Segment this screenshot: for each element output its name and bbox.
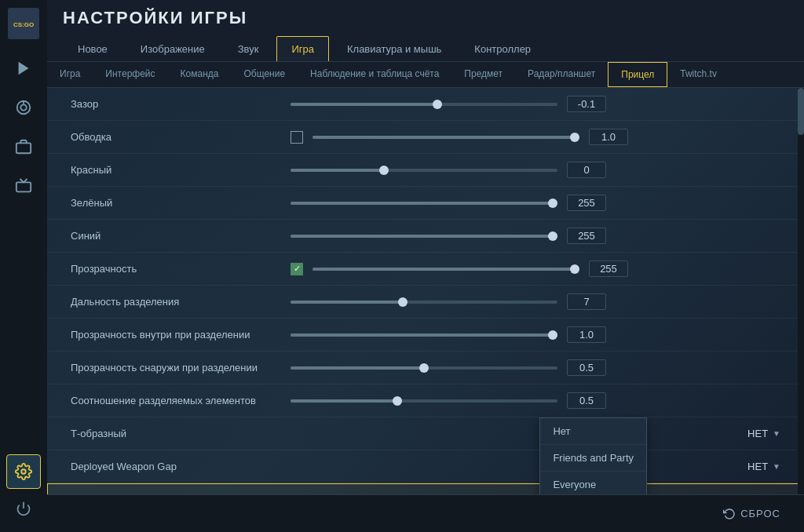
alpha-checkbox[interactable] <box>291 263 303 275</box>
sidebar-item-play[interactable] <box>6 51 41 86</box>
setting-show-crosshairs-label: Show Player Crosshairs <box>71 494 291 495</box>
setting-gap-control: -0.1 <box>291 96 780 112</box>
green-value: 255 <box>567 195 606 211</box>
top-nav-image[interactable]: Изображение <box>126 36 220 61</box>
split-alpha-inner-value: 1.0 <box>567 326 606 343</box>
green-slider[interactable] <box>291 202 557 205</box>
csgo-logo: CS:GO <box>6 6 41 41</box>
sub-nav-radar[interactable]: Радар/планшет <box>515 62 608 87</box>
sidebar: CS:GO <box>0 0 47 532</box>
outline-checkbox[interactable] <box>291 131 303 144</box>
sidebar-item-radar[interactable] <box>6 90 41 125</box>
sub-nav-communication[interactable]: Общение <box>231 62 298 87</box>
reset-icon <box>723 508 736 520</box>
sidebar-item-tv[interactable] <box>6 169 41 203</box>
setting-green-label: Зелёный <box>71 197 291 209</box>
reset-button[interactable]: СБРОС <box>723 508 780 520</box>
gap-value: -0.1 <box>567 96 606 112</box>
setting-gap: Зазор -0.1 <box>47 88 804 121</box>
dropdown-item-everyone[interactable]: Everyone <box>540 472 646 494</box>
weapon-gap-value-text: НЕТ <box>747 461 768 472</box>
sub-nav-team[interactable]: Команда <box>168 62 232 87</box>
split-ratio-value: 0.5 <box>567 392 606 409</box>
setting-t-shape-control: НЕТ ▼ <box>291 428 780 439</box>
sub-nav-interface[interactable]: Интерфейс <box>93 62 167 87</box>
split-alpha-outer-slider[interactable] <box>291 366 557 370</box>
setting-split-alpha-inner-label: Прозрачность внутри при разделении <box>71 329 291 341</box>
dropdown-item-none[interactable]: Нет <box>540 418 646 445</box>
sub-nav-twitch[interactable]: Twitch.tv <box>667 62 729 87</box>
top-nav-keyboard[interactable]: Клавиатура и мышь <box>332 36 456 61</box>
split-alpha-outer-value: 0.5 <box>567 359 606 376</box>
setting-split-alpha-inner-control: 1.0 <box>291 326 780 343</box>
weapon-gap-dropdown[interactable]: НЕТ ▼ <box>291 461 780 472</box>
setting-red-label: Красный <box>71 164 291 176</box>
setting-split-ratio-control: 0.5 <box>291 392 780 409</box>
setting-green-control: 255 <box>291 195 780 211</box>
show-crosshairs-value[interactable]: EVERYONE ▼ <box>711 494 780 495</box>
sub-nav: Игра Интерфейс Команда Общение Наблюдени… <box>47 62 804 88</box>
t-shape-value[interactable]: НЕТ ▼ <box>747 428 780 439</box>
setting-blue: Синий 255 <box>47 220 804 253</box>
gap-slider[interactable] <box>291 103 557 106</box>
outline-slider[interactable] <box>312 136 579 139</box>
split-dist-slider[interactable] <box>291 301 557 304</box>
scrollbar-thumb[interactable] <box>798 88 804 135</box>
svg-rect-6 <box>16 143 31 153</box>
crosshairs-dropdown-menu: Нет Friends and Party Everyone <box>539 417 647 494</box>
outline-value: 1.0 <box>589 129 628 145</box>
show-crosshairs-dropdown[interactable]: EVERYONE ▼ <box>291 494 780 495</box>
setting-red-control: 0 <box>291 162 780 178</box>
t-shape-value-text: НЕТ <box>747 428 768 439</box>
svg-text:CS:GO: CS:GO <box>13 21 34 28</box>
setting-split-alpha-inner: Прозрачность внутри при разделении 1.0 <box>47 319 804 352</box>
setting-split-dist-control: 7 <box>291 293 780 310</box>
split-ratio-slider[interactable] <box>291 399 557 403</box>
svg-point-8 <box>21 469 26 474</box>
dropdown-item-friends[interactable]: Friends and Party <box>540 445 646 472</box>
top-nav-new[interactable]: Новое <box>63 36 122 61</box>
setting-alpha-control: 255 <box>291 261 780 277</box>
header: НАСТРОЙКИ ИГРЫ Новое Изображение Звук Иг… <box>47 0 804 62</box>
setting-weapon-gap: Deployed Weapon Gap НЕТ ▼ <box>47 450 804 483</box>
reset-label: СБРОС <box>740 508 780 519</box>
top-nav-controller[interactable]: Контроллер <box>459 36 546 61</box>
setting-split-dist: Дальность разделения 7 <box>47 286 804 319</box>
svg-marker-2 <box>19 62 29 75</box>
setting-split-ratio: Соотношение разделяемых элементов 0.5 <box>47 384 804 417</box>
svg-point-4 <box>20 104 26 110</box>
main-content: НАСТРОЙКИ ИГРЫ Новое Изображение Звук Иг… <box>47 0 804 532</box>
split-dist-value: 7 <box>567 293 606 310</box>
sidebar-item-settings[interactable] <box>6 454 41 489</box>
red-slider[interactable] <box>291 169 557 172</box>
top-nav-game[interactable]: Игра <box>276 36 329 61</box>
sub-nav-crosshair[interactable]: Прицел <box>608 62 667 87</box>
t-shape-dropdown[interactable]: НЕТ ▼ <box>291 428 780 439</box>
weapon-gap-value[interactable]: НЕТ ▼ <box>747 461 780 472</box>
alpha-value: 255 <box>589 261 628 277</box>
setting-outline: Обводка 1.0 <box>47 121 804 154</box>
top-nav: Новое Изображение Звук Игра Клавиатура и… <box>63 36 788 61</box>
top-nav-sound[interactable]: Звук <box>223 36 274 61</box>
sub-nav-game[interactable]: Игра <box>47 62 93 87</box>
setting-green: Зелёный 255 <box>47 187 804 220</box>
power-button[interactable] <box>6 491 41 526</box>
setting-outline-label: Обводка <box>71 131 291 143</box>
alpha-slider[interactable] <box>312 268 579 271</box>
sub-nav-item[interactable]: Предмет <box>451 62 515 87</box>
setting-t-shape-label: Т-образный <box>71 428 291 439</box>
settings-area: Зазор -0.1 Обводка <box>47 88 804 494</box>
svg-rect-7 <box>16 182 31 191</box>
setting-gap-label: Зазор <box>71 98 291 110</box>
sidebar-item-inventory[interactable] <box>6 129 41 164</box>
scrollbar[interactable] <box>798 88 804 494</box>
setting-blue-control: 255 <box>291 228 780 244</box>
blue-slider[interactable] <box>291 235 557 238</box>
split-alpha-inner-slider[interactable] <box>291 333 557 337</box>
setting-weapon-gap-control: НЕТ ▼ <box>291 461 780 472</box>
setting-split-dist-label: Дальность разделения <box>71 296 291 308</box>
setting-alpha-label: Прозрачность <box>71 263 291 275</box>
t-shape-arrow-icon: ▼ <box>773 429 780 438</box>
setting-show-crosshairs: Show Player Crosshairs EVERYONE ▼ <box>47 483 804 494</box>
sub-nav-observation[interactable]: Наблюдение и таблица счёта <box>298 62 451 87</box>
